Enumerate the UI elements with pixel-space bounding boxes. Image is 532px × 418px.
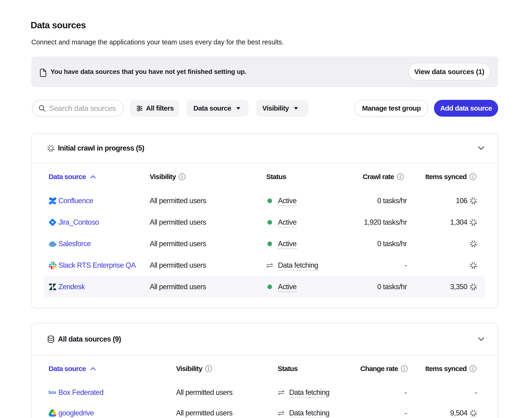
- svg-text:box: box: [49, 390, 56, 395]
